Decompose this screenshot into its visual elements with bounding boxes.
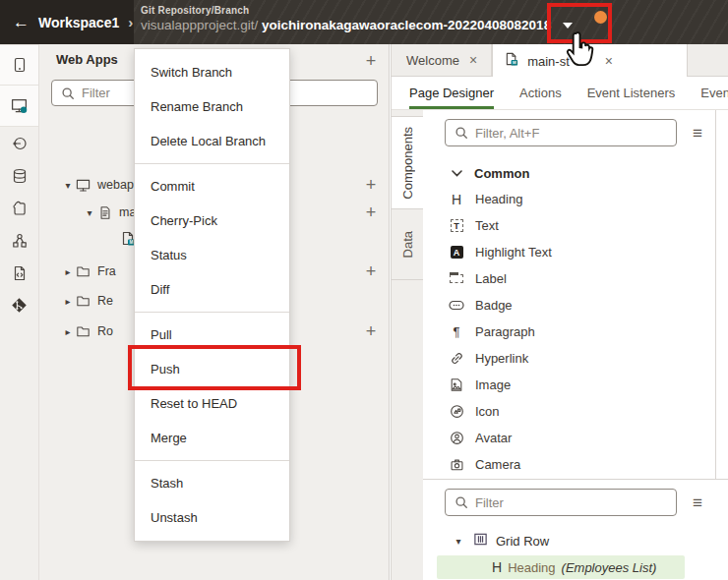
- tree-item-folder-fragments[interactable]: ▸ Fra: [61, 261, 116, 282]
- label-icon: [449, 271, 464, 287]
- vertical-tab-label: Data: [400, 231, 415, 258]
- git-icon[interactable]: [0, 289, 38, 321]
- component-label: Paragraph: [475, 324, 535, 339]
- navigator-rail: [0, 44, 39, 580]
- repo-name: visualappproject.git/: [141, 18, 258, 32]
- caret-down-icon[interactable]: ▾: [452, 536, 465, 547]
- caret-down-icon[interactable]: ▾: [83, 207, 96, 218]
- component-label: Heading: [475, 192, 522, 206]
- add-fragment-button[interactable]: +: [362, 262, 380, 280]
- add-web-app-button[interactable]: +: [362, 52, 380, 70]
- component-camera[interactable]: Camera: [423, 451, 728, 478]
- icon-icon: [449, 404, 464, 420]
- component-heading[interactable]: H Heading: [423, 186, 728, 212]
- subtab-page-designer[interactable]: Page Designer: [409, 77, 494, 109]
- caret-down-icon[interactable]: ▾: [61, 180, 75, 191]
- tab-welcome[interactable]: Welcome ×: [394, 44, 492, 76]
- menu-item-pull[interactable]: Pull: [135, 318, 289, 352]
- structure-item-grid-row[interactable]: ▾ Grid Row: [423, 530, 728, 551]
- menu-item-rename-branch[interactable]: Rename Branch: [135, 89, 289, 124]
- search-icon: [455, 126, 468, 140]
- add-page-button[interactable]: +: [362, 203, 380, 221]
- component-badge[interactable]: Badge: [423, 292, 728, 319]
- menu-item-status[interactable]: Status: [135, 238, 289, 272]
- menu-item-switch-branch[interactable]: Switch Branch: [135, 55, 289, 89]
- component-paragraph[interactable]: ¶ Paragraph: [423, 319, 728, 345]
- close-icon[interactable]: ×: [467, 52, 479, 68]
- components-filter-input[interactable]: [475, 126, 667, 141]
- tab-label: main-st: [527, 54, 570, 69]
- vertical-tab-data[interactable]: Data: [392, 209, 423, 280]
- folder-icon: [75, 324, 91, 338]
- palette-tab-strip: Components Data: [392, 110, 423, 580]
- search-icon: [61, 87, 75, 100]
- caret-right-icon[interactable]: ▸: [61, 266, 75, 277]
- tree-item-label: Re: [97, 294, 113, 308]
- menu-item-reset-to-head[interactable]: Reset to HEAD: [135, 386, 289, 421]
- web-apps-icon[interactable]: [0, 86, 38, 127]
- folder-icon: [75, 294, 91, 308]
- menu-item-diff[interactable]: Diff: [135, 272, 289, 307]
- layouts-icon[interactable]: [0, 192, 38, 224]
- tab-main-start[interactable]: M main-st ×: [492, 44, 688, 78]
- component-label: Icon: [475, 404, 500, 419]
- component-label: Avatar: [475, 431, 512, 445]
- notification-dot: [594, 11, 607, 24]
- branch-dropdown-caret-icon[interactable]: [563, 23, 573, 29]
- menu-item-stash[interactable]: Stash: [135, 466, 289, 500]
- component-image[interactable]: Image: [423, 372, 728, 398]
- tree-item-label: Fra: [97, 264, 116, 278]
- structure-menu-icon[interactable]: ≡: [693, 494, 702, 511]
- tree-item-folder-resources[interactable]: ▸ Re: [61, 290, 113, 312]
- tab-label: Welcome: [406, 53, 459, 68]
- tree-item-flow[interactable]: ▾ ma: [83, 202, 136, 223]
- structure-item-heading[interactable]: H Heading (Employees List): [437, 555, 685, 579]
- menu-item-delete-local-branch[interactable]: Delete Local Branch: [135, 124, 289, 158]
- structure-panel: ≡ ▾ Grid Row H Heading (Employees List): [423, 480, 728, 580]
- subtab-actions[interactable]: Actions: [519, 77, 562, 109]
- mobile-apps-icon[interactable]: [0, 44, 38, 86]
- tree-item-folder-root[interactable]: ▸ Ro: [61, 320, 113, 342]
- menu-item-commit[interactable]: Commit: [135, 169, 289, 203]
- svg-text:M: M: [513, 60, 516, 65]
- menu-item-cherry-pick[interactable]: Cherry-Pick: [135, 203, 289, 238]
- component-highlight-text[interactable]: A Highlight Text: [423, 239, 728, 265]
- section-title: Common: [474, 166, 529, 181]
- add-root-page-button[interactable]: +: [362, 322, 380, 340]
- editor-tab-bar: Welcome × M main-st ×: [392, 44, 728, 77]
- palette-scrollbar[interactable]: [715, 110, 716, 479]
- palette-menu-icon[interactable]: ≡: [693, 125, 702, 142]
- menu-item-merge[interactable]: Merge: [135, 421, 289, 455]
- caret-right-icon[interactable]: ▸: [61, 326, 75, 337]
- source-view-icon[interactable]: [0, 257, 38, 289]
- grid-row-icon: [473, 532, 488, 550]
- component-text[interactable]: T Text: [423, 212, 728, 239]
- chevron-right-icon: ›: [128, 14, 133, 30]
- subtab-events[interactable]: Events: [700, 77, 728, 109]
- heading-icon: H: [492, 559, 502, 575]
- vertical-tab-components[interactable]: Components: [392, 116, 424, 209]
- add-flow-button[interactable]: +: [362, 176, 380, 194]
- menu-item-unstash[interactable]: Unstash: [135, 500, 289, 535]
- structure-filter-input[interactable]: [475, 495, 667, 510]
- close-icon[interactable]: ×: [603, 53, 615, 69]
- components-icon[interactable]: [0, 224, 38, 257]
- image-icon: [449, 377, 464, 393]
- component-label-item[interactable]: Label: [423, 265, 728, 292]
- caret-right-icon[interactable]: ▸: [61, 296, 75, 307]
- git-repo-label: Git Repository/Branch: [141, 5, 728, 16]
- business-objects-icon[interactable]: [0, 159, 38, 192]
- section-common[interactable]: Common: [423, 160, 728, 186]
- heading-icon: H: [449, 192, 464, 207]
- menu-item-push[interactable]: Push: [135, 352, 289, 386]
- component-label: Hyperlink: [475, 351, 528, 366]
- service-connections-icon[interactable]: [0, 127, 38, 159]
- workspace-name: Workspace1: [38, 15, 119, 30]
- back-arrow-icon[interactable]: ←: [13, 14, 30, 30]
- component-icon[interactable]: Icon: [423, 398, 728, 425]
- subtab-event-listeners[interactable]: Event Listeners: [587, 77, 676, 109]
- component-avatar[interactable]: Avatar: [423, 425, 728, 451]
- tree-item-webapp[interactable]: ▾ webap: [61, 174, 134, 196]
- component-hyperlink[interactable]: Hyperlink: [423, 345, 728, 372]
- flow-icon: [96, 205, 113, 220]
